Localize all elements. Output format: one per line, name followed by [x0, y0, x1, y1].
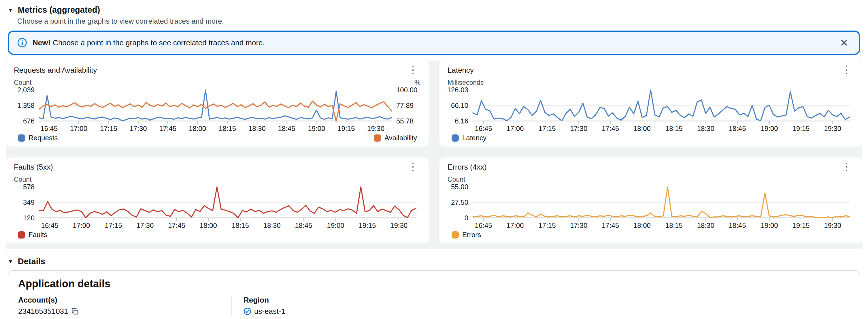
- x-axis-tick-label: 17:15: [538, 222, 556, 230]
- x-axis-tick-label: 17:45: [602, 125, 619, 133]
- faults-line-series[interactable]: [39, 187, 416, 218]
- accounts-value: 234165351031: [18, 307, 68, 316]
- chart-title: Latency: [447, 66, 474, 75]
- x-axis-labels: 16:4517:0017:1517:3017:4518:0018:1518:30…: [39, 121, 392, 133]
- y-axis-tick-label: 349: [23, 198, 35, 206]
- x-axis-tick-label: 16:45: [475, 222, 492, 230]
- errors-line-series[interactable]: [473, 187, 849, 218]
- region-label: Region: [244, 296, 285, 304]
- chart-plot-area[interactable]: [39, 90, 392, 121]
- chart-plot-area[interactable]: [473, 187, 849, 218]
- chart-legend: RequestsAvailability: [14, 133, 421, 143]
- metrics-charts-board: Requests and Availability ⋮ Count % 2,03…: [6, 61, 862, 249]
- y-axis-labels-left: 126.0366.106.16: [447, 90, 473, 121]
- overflow-menu-icon[interactable]: ⋮: [405, 66, 421, 74]
- x-axis-tick-label: 17:45: [159, 125, 176, 133]
- legend-label: Errors: [462, 231, 481, 239]
- legend-item-requests[interactable]: Requests: [18, 134, 58, 142]
- latency-line-series[interactable]: [473, 90, 849, 121]
- y-axis-labels-left: 2,0391,358676: [14, 90, 39, 121]
- x-axis-tick-label: 16:45: [41, 222, 59, 230]
- x-axis-tick-label: 19:15: [359, 222, 376, 230]
- banner-message-text: Choose a point in the graphs to see corr…: [53, 38, 265, 47]
- legend-label: Availability: [384, 134, 417, 142]
- y-axis-tick-label: 0: [465, 214, 468, 222]
- x-axis-tick-label: 18:00: [633, 125, 651, 133]
- region-value: us-east-1: [254, 307, 285, 316]
- x-axis-tick-label: 18:45: [728, 125, 746, 133]
- y-axis-tick-label: 77.89: [396, 102, 413, 110]
- x-axis-labels: 16:4517:0017:1517:3017:4518:0018:1518:30…: [473, 121, 849, 133]
- chart-legend: Faults: [14, 230, 421, 240]
- y-axis-unit-left: Count: [447, 176, 465, 183]
- overflow-menu-icon[interactable]: ⋮: [839, 163, 854, 171]
- x-axis-tick-label: 19:30: [824, 125, 841, 133]
- chart-card-requests-availability: Requests and Availability ⋮ Count % 2,03…: [6, 61, 429, 147]
- chart-plot-area[interactable]: [39, 187, 416, 218]
- chart-plot-area[interactable]: [473, 90, 849, 121]
- y-axis-labels-left: 578349120: [14, 187, 39, 218]
- y-axis-unit-left: Milliseconds: [447, 79, 484, 87]
- y-axis-tick-label: 120: [23, 214, 35, 222]
- legend-swatch: [452, 135, 459, 142]
- close-icon: [839, 38, 849, 47]
- x-axis-tick-label: 16:45: [40, 125, 58, 133]
- overflow-menu-icon[interactable]: ⋮: [839, 66, 854, 74]
- x-axis-tick-label: 17:30: [130, 125, 147, 133]
- y-axis-tick-label: 100.00: [396, 86, 417, 94]
- x-axis-tick-label: 19:00: [761, 125, 778, 133]
- copy-account-button[interactable]: [71, 308, 79, 315]
- legend-item-errors[interactable]: Errors: [452, 231, 481, 239]
- y-axis-tick-label: 27.50: [451, 198, 468, 206]
- y-axis-unit-right: %: [415, 79, 421, 87]
- x-axis-tick-label: 18:45: [728, 222, 746, 230]
- application-details-card: Application details Account(s) 234165351…: [8, 270, 860, 319]
- chart-legend: Errors: [447, 230, 854, 240]
- x-axis-tick-label: 18:00: [200, 222, 217, 230]
- metrics-section-header[interactable]: ▼ Metrics (aggregated): [0, 0, 868, 15]
- x-axis-labels: 16:4517:0017:1517:3017:4518:0018:1518:30…: [473, 218, 849, 230]
- y-axis-labels-left: 55.0027.500: [447, 187, 473, 218]
- legend-label: Faults: [29, 231, 47, 239]
- legend-item-availability[interactable]: Availability: [374, 134, 417, 142]
- legend-item-latency[interactable]: Latency: [452, 134, 487, 142]
- x-axis-tick-label: 18:30: [264, 222, 281, 230]
- y-axis-tick-label: 6.16: [455, 117, 468, 125]
- legend-swatch: [18, 135, 25, 142]
- x-axis-tick-label: 17:00: [506, 125, 524, 133]
- chart-title: Faults (5xx): [14, 163, 53, 172]
- x-axis-tick-label: 17:15: [104, 222, 122, 230]
- banner-close-button[interactable]: [838, 36, 850, 49]
- collapse-caret-icon[interactable]: ▼: [8, 259, 13, 264]
- legend-swatch: [18, 231, 25, 238]
- x-axis-tick-label: 18:15: [219, 125, 236, 133]
- x-axis-tick-label: 17:15: [100, 125, 117, 133]
- chart-card-faults: Faults (5xx) ⋮ Count 578349120 16:4517:0…: [6, 157, 429, 243]
- x-axis-tick-label: 19:30: [824, 222, 841, 230]
- details-section-header[interactable]: ▼ Details: [0, 249, 868, 266]
- x-axis-tick-label: 17:00: [70, 125, 87, 133]
- legend-swatch: [374, 135, 381, 142]
- overflow-menu-icon[interactable]: ⋮: [405, 163, 421, 171]
- metrics-section-title: Metrics (aggregated): [18, 5, 100, 15]
- chart-title: Errors (4xx): [447, 163, 487, 172]
- collapse-caret-icon[interactable]: ▼: [8, 7, 13, 13]
- x-axis-tick-label: 18:30: [697, 125, 714, 133]
- x-axis-tick-label: 19:15: [792, 222, 809, 230]
- copy-icon: [71, 308, 79, 315]
- details-section-title: Details: [18, 257, 45, 266]
- x-axis-tick-label: 17:45: [168, 222, 185, 230]
- y-axis-tick-label: 676: [23, 117, 35, 125]
- x-axis-tick-label: 17:30: [136, 222, 154, 230]
- legend-swatch: [452, 231, 459, 238]
- chart-card-errors: Errors (4xx) ⋮ Count 55.0027.500 16:4517…: [439, 157, 862, 243]
- y-axis-tick-label: 126.03: [447, 86, 468, 94]
- x-axis-tick-label: 17:00: [73, 222, 90, 230]
- legend-item-faults[interactable]: Faults: [18, 231, 47, 239]
- x-axis-tick-label: 18:15: [665, 222, 683, 230]
- metrics-section-subtitle: Choose a point in the graphs to view cor…: [0, 15, 868, 25]
- application-signals-metrics-page: { "colors": { "accent": "#0972d3", "bann…: [0, 0, 868, 319]
- check-circle-icon: [244, 308, 251, 315]
- x-axis-tick-label: 18:15: [232, 222, 249, 230]
- x-axis-tick-label: 19:30: [367, 125, 384, 133]
